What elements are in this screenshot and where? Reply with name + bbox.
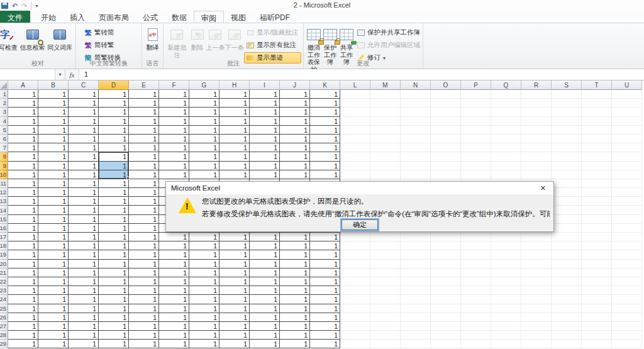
cell-J7[interactable]: 1 bbox=[280, 143, 310, 152]
cell-T26[interactable] bbox=[582, 313, 612, 322]
cell-E24[interactable]: 1 bbox=[129, 295, 159, 304]
cell-T4[interactable] bbox=[582, 117, 612, 126]
cell-R28[interactable] bbox=[521, 331, 552, 340]
cell-P24[interactable] bbox=[461, 295, 491, 304]
cell-S3[interactable] bbox=[552, 108, 582, 116]
cell-H3[interactable]: 1 bbox=[219, 108, 250, 116]
cell-K22[interactable]: 1 bbox=[310, 277, 340, 286]
cell-B2[interactable]: 1 bbox=[38, 99, 69, 108]
cell-A8[interactable]: 1 bbox=[8, 152, 38, 161]
cell-B17[interactable]: 1 bbox=[38, 233, 69, 241]
cell-P29[interactable] bbox=[461, 340, 491, 348]
cell-E7[interactable]: 1 bbox=[129, 143, 159, 152]
cell-D21[interactable]: 1 bbox=[99, 269, 129, 277]
cell-D13[interactable]: 1 bbox=[99, 197, 129, 206]
cell-N23[interactable] bbox=[401, 286, 431, 295]
cell-U3[interactable] bbox=[612, 108, 642, 116]
cell-I22[interactable]: 1 bbox=[250, 277, 280, 286]
cell-P20[interactable] bbox=[461, 260, 491, 269]
cell-B11[interactable]: 1 bbox=[38, 179, 69, 188]
cell-H9[interactable]: 1 bbox=[219, 162, 250, 170]
cell-L3[interactable] bbox=[340, 108, 370, 116]
row-header-15[interactable]: 15 bbox=[0, 215, 8, 224]
column-header-P[interactable]: P bbox=[461, 80, 491, 90]
cell-Q24[interactable] bbox=[491, 295, 521, 304]
cell-Q26[interactable] bbox=[491, 313, 521, 322]
cell-Q2[interactable] bbox=[491, 99, 521, 108]
cell-F18[interactable]: 1 bbox=[159, 241, 189, 250]
cell-A25[interactable]: 1 bbox=[8, 304, 38, 313]
cell-E10[interactable]: 1 bbox=[129, 170, 159, 179]
cell-Q8[interactable] bbox=[491, 152, 521, 161]
cell-T10[interactable] bbox=[582, 170, 612, 179]
cell-D26[interactable]: 1 bbox=[99, 313, 129, 322]
cell-J6[interactable]: 1 bbox=[280, 135, 310, 143]
cell-M22[interactable] bbox=[370, 277, 401, 286]
cell-S29[interactable] bbox=[552, 340, 582, 348]
cell-S14[interactable] bbox=[552, 206, 582, 214]
cell-U22[interactable] bbox=[612, 277, 642, 286]
cell-D20[interactable]: 1 bbox=[99, 260, 129, 269]
cell-O19[interactable] bbox=[431, 250, 461, 259]
cell-A27[interactable]: 1 bbox=[8, 322, 38, 331]
cell-S20[interactable] bbox=[552, 260, 582, 269]
cell-U10[interactable] bbox=[612, 170, 642, 179]
cell-B9[interactable]: 1 bbox=[38, 162, 69, 170]
cell-B5[interactable]: 1 bbox=[38, 126, 69, 135]
cell-C1[interactable]: 1 bbox=[69, 90, 99, 99]
row-header-2[interactable]: 2 bbox=[0, 99, 8, 108]
cell-S22[interactable] bbox=[552, 277, 582, 286]
cell-G4[interactable]: 1 bbox=[189, 117, 219, 126]
cell-B3[interactable]: 1 bbox=[38, 108, 69, 116]
cell-O5[interactable] bbox=[431, 126, 461, 135]
cell-R7[interactable] bbox=[521, 143, 552, 152]
tab-insert[interactable]: 插入 bbox=[63, 11, 92, 23]
cell-U16[interactable] bbox=[612, 224, 642, 233]
cell-J28[interactable]: 1 bbox=[280, 331, 310, 340]
cell-C19[interactable]: 1 bbox=[69, 250, 99, 259]
cell-T19[interactable] bbox=[582, 250, 612, 259]
cell-K3[interactable]: 1 bbox=[310, 108, 340, 116]
cell-U2[interactable] bbox=[612, 99, 642, 108]
cell-A2[interactable]: 1 bbox=[8, 99, 38, 108]
cell-M24[interactable] bbox=[370, 295, 401, 304]
cell-P8[interactable] bbox=[461, 152, 491, 161]
column-header-J[interactable]: J bbox=[280, 80, 310, 90]
cell-R18[interactable] bbox=[521, 241, 552, 250]
cell-E21[interactable]: 1 bbox=[129, 269, 159, 277]
cell-K2[interactable]: 1 bbox=[310, 99, 340, 108]
cell-D12[interactable]: 1 bbox=[99, 188, 129, 197]
cell-O1[interactable] bbox=[431, 90, 461, 99]
cell-T2[interactable] bbox=[582, 99, 612, 108]
cell-I3[interactable]: 1 bbox=[250, 108, 280, 116]
cell-J9[interactable]: 1 bbox=[280, 162, 310, 170]
cell-J27[interactable]: 1 bbox=[280, 322, 310, 331]
cell-E8[interactable]: 1 bbox=[129, 152, 159, 161]
cell-Q27[interactable] bbox=[491, 322, 521, 331]
cell-Q5[interactable] bbox=[491, 126, 521, 135]
cell-T12[interactable] bbox=[582, 188, 612, 197]
cell-R23[interactable] bbox=[521, 286, 552, 295]
cell-I26[interactable]: 1 bbox=[250, 313, 280, 322]
column-header-F[interactable]: F bbox=[159, 80, 189, 90]
cell-R1[interactable] bbox=[521, 90, 552, 99]
cell-M29[interactable] bbox=[370, 340, 401, 348]
cell-B15[interactable]: 1 bbox=[38, 215, 69, 224]
cell-R24[interactable] bbox=[521, 295, 552, 304]
cell-G7[interactable]: 1 bbox=[189, 143, 219, 152]
dialog-title-bar[interactable]: Microsoft Excel ✕ bbox=[166, 182, 553, 194]
cell-H8[interactable]: 1 bbox=[219, 152, 250, 161]
cell-U21[interactable] bbox=[612, 269, 642, 277]
cell-U4[interactable] bbox=[612, 117, 642, 126]
cell-O26[interactable] bbox=[431, 313, 461, 322]
cell-C13[interactable]: 1 bbox=[69, 197, 99, 206]
cell-N26[interactable] bbox=[401, 313, 431, 322]
cell-D18[interactable]: 1 bbox=[99, 241, 129, 250]
cell-G26[interactable]: 1 bbox=[189, 313, 219, 322]
cell-K21[interactable]: 1 bbox=[310, 269, 340, 277]
cell-A1[interactable]: 1 bbox=[8, 90, 38, 99]
cell-F28[interactable]: 1 bbox=[159, 331, 189, 340]
cell-M2[interactable] bbox=[370, 99, 401, 108]
cell-G23[interactable]: 1 bbox=[189, 286, 219, 295]
cell-K25[interactable]: 1 bbox=[310, 304, 340, 313]
